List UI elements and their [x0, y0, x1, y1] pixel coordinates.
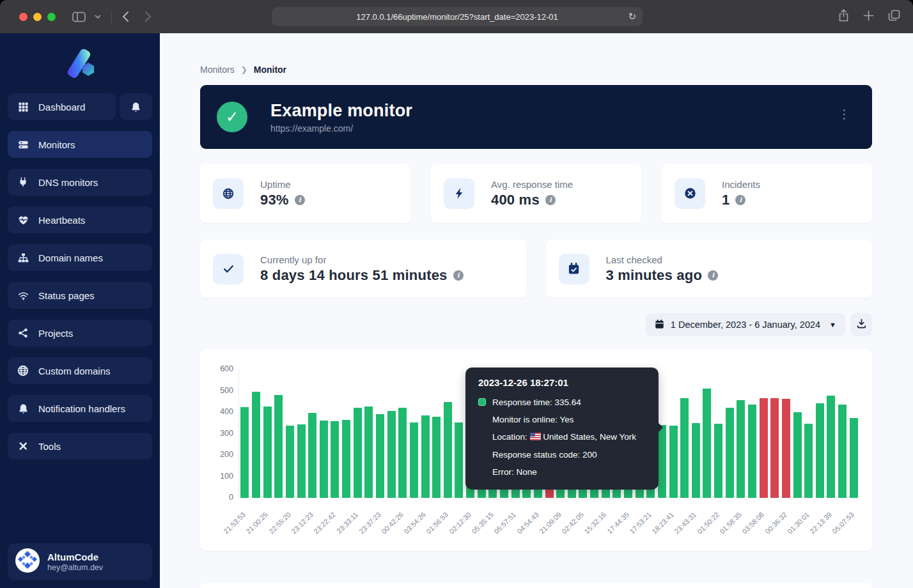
chart-bar-up[interactable]: [850, 418, 858, 498]
chevron-down-icon[interactable]: [95, 15, 101, 19]
sidebar-item-heartbeats[interactable]: Heartbeats: [8, 206, 152, 233]
monitor-url: https://example.com/: [270, 123, 412, 134]
avatar: [15, 548, 40, 575]
chart-bar-up[interactable]: [354, 408, 362, 498]
account-card[interactable]: AltumCode hey@altum.dev: [8, 543, 152, 580]
x-tick-label: 01:30:01: [786, 511, 811, 536]
chart-bar-up[interactable]: [714, 424, 722, 498]
chart-bar-up[interactable]: [444, 402, 452, 498]
chart-bar-up[interactable]: [793, 412, 802, 498]
x-tick-label: 05:57:51: [493, 511, 518, 536]
sidebar-item-monitors[interactable]: Monitors: [8, 131, 152, 158]
sidebar-item-label: Status pages: [38, 290, 95, 301]
tools-icon: [17, 441, 29, 451]
chart-bar-up[interactable]: [263, 406, 272, 498]
x-tick-label: 17:44:35: [605, 511, 630, 536]
notifications-button[interactable]: [120, 93, 152, 120]
sitemap-icon: [17, 252, 29, 263]
sidebar-item-label: Tools: [38, 441, 61, 452]
chart-bar-up[interactable]: [364, 406, 373, 498]
chart-bar-down[interactable]: [760, 398, 768, 498]
close-window-button[interactable]: [19, 13, 27, 21]
chart-bar-up[interactable]: [680, 398, 689, 498]
share-icon[interactable]: [838, 9, 849, 24]
chart-bar-up[interactable]: [726, 408, 734, 498]
sidebar-item-dashboard[interactable]: Dashboard: [8, 93, 116, 120]
forward-button[interactable]: [144, 11, 152, 22]
chart-bar-up[interactable]: [274, 395, 283, 498]
chart-bar-down[interactable]: [770, 398, 779, 498]
x-tick-label: 04:54:43: [515, 511, 540, 536]
chart-bar-up[interactable]: [387, 411, 396, 498]
sidebar-item-dns-monitors[interactable]: DNS monitors: [8, 169, 152, 196]
chart-bar-up[interactable]: [838, 405, 847, 498]
tooltip-status-code: Response status code: 200: [478, 446, 646, 463]
info-icon[interactable]: i: [295, 195, 305, 205]
sidebar-item-status-pages[interactable]: Status pages: [8, 282, 152, 309]
info-icon[interactable]: i: [453, 270, 464, 281]
chart-bar-up[interactable]: [748, 405, 756, 498]
info-icon[interactable]: i: [735, 195, 745, 205]
chart-bar-up[interactable]: [410, 422, 418, 498]
chart-bar-down[interactable]: [782, 399, 790, 498]
main-content: Monitors ❯ Monitor ✓ Example monitor htt…: [160, 33, 913, 588]
caret-down-icon: ▼: [829, 321, 836, 329]
server-icon: [17, 139, 29, 150]
card-value: 8 days 14 hours 51 minutes: [260, 267, 448, 284]
chart-bar-up[interactable]: [376, 414, 384, 498]
chart-bar-up[interactable]: [658, 425, 666, 498]
y-tick-label: 200: [205, 450, 233, 459]
chart-bar-up[interactable]: [320, 421, 328, 498]
tab-overview-icon[interactable]: [888, 10, 900, 24]
info-icon[interactable]: i: [545, 195, 556, 205]
app-logo[interactable]: [62, 49, 98, 82]
minimize-window-button[interactable]: [33, 13, 42, 21]
info-icon[interactable]: i: [708, 270, 718, 281]
chart-bar-up[interactable]: [432, 417, 441, 498]
reload-icon[interactable]: ↻: [628, 11, 636, 22]
breadcrumb-parent[interactable]: Monitors: [200, 65, 235, 75]
chart-bar-up[interactable]: [421, 415, 430, 498]
sidebar-item-projects[interactable]: Projects: [8, 320, 152, 346]
chart-bar-up[interactable]: [804, 424, 813, 498]
chart-bar-up[interactable]: [342, 420, 350, 498]
chart-bar-up[interactable]: [827, 396, 835, 498]
y-tick-label: 300: [205, 429, 233, 438]
chart-bar-up[interactable]: [816, 403, 824, 498]
chart-bar-up[interactable]: [398, 408, 407, 498]
chart-x-axis: 21:53:5321:00:2522:55:2023:12:2323:22:42…: [238, 503, 859, 548]
chart-bar-up[interactable]: [669, 426, 678, 498]
breadcrumb-current: Monitor: [254, 65, 286, 75]
sidebar-item-notification-handlers[interactable]: Notification handlers: [8, 395, 152, 422]
sidebar-item-custom-domains[interactable]: Custom domains: [8, 357, 152, 384]
chart-bar-up[interactable]: [240, 407, 249, 498]
chart-bar-up[interactable]: [331, 421, 339, 498]
back-button[interactable]: [122, 11, 129, 22]
card-label: Uptime: [260, 179, 305, 190]
new-tab-icon[interactable]: [863, 10, 874, 24]
sidebar-item-label: Heartbeats: [38, 215, 85, 226]
chart-bar-up[interactable]: [692, 423, 700, 498]
chart-bar-up[interactable]: [252, 392, 260, 498]
y-tick-label: 600: [205, 364, 233, 373]
chart-bar-up[interactable]: [703, 389, 711, 498]
sidebar-item-domain-names[interactable]: Domain names: [8, 244, 152, 271]
chart-bar-up[interactable]: [297, 424, 306, 498]
chart-bar-up[interactable]: [737, 400, 745, 498]
export-button[interactable]: [850, 313, 872, 336]
chart-bar-up[interactable]: [308, 413, 316, 498]
date-range-picker[interactable]: 1 December, 2023 - 6 January, 2024 ▼: [646, 313, 845, 336]
chart-bar-up[interactable]: [455, 422, 463, 498]
y-tick-label: 100: [205, 472, 233, 481]
zoom-window-button[interactable]: [47, 13, 56, 21]
x-tick-label: 03:54:26: [402, 511, 427, 536]
chart-bar-up[interactable]: [286, 426, 294, 498]
check-icon: [213, 254, 244, 284]
card-label: Incidents: [722, 179, 760, 190]
sidebar-item-tools[interactable]: Tools: [8, 433, 152, 460]
x-tick-label: 00:36:32: [763, 511, 788, 536]
address-bar[interactable]: 127.0.0.1/66uptime/monitor/25?start_date…: [272, 7, 643, 26]
monitor-menu-icon[interactable]: ⋮: [838, 108, 850, 120]
sidebar-toggle-icon[interactable]: [72, 12, 86, 22]
dashboard-grid-icon: [17, 102, 29, 112]
